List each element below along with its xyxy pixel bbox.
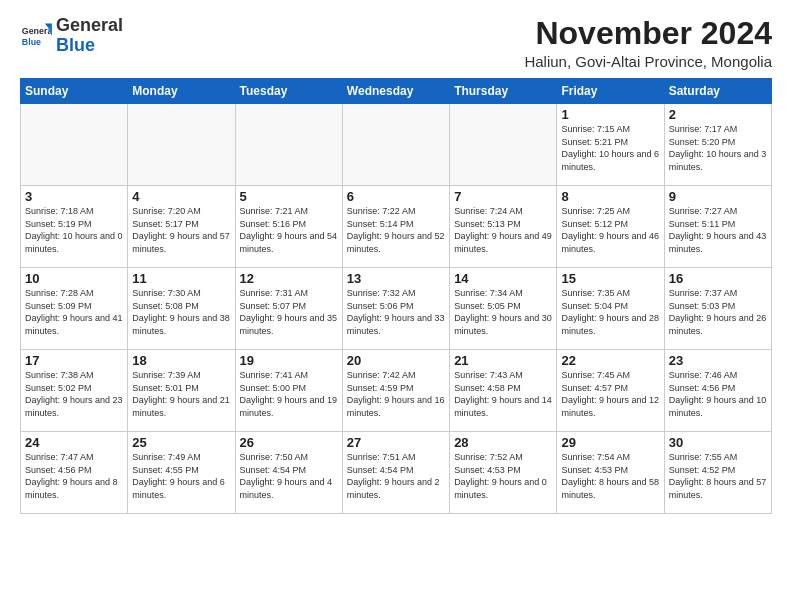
title-block: November 2024 Haliun, Govi-Altai Provinc… bbox=[524, 16, 772, 70]
table-row: 18Sunrise: 7:39 AM Sunset: 5:01 PM Dayli… bbox=[128, 350, 235, 432]
header-monday: Monday bbox=[128, 79, 235, 104]
day-number: 16 bbox=[669, 271, 767, 286]
day-number: 14 bbox=[454, 271, 552, 286]
day-info: Sunrise: 7:38 AM Sunset: 5:02 PM Dayligh… bbox=[25, 369, 123, 419]
day-info: Sunrise: 7:24 AM Sunset: 5:13 PM Dayligh… bbox=[454, 205, 552, 255]
day-number: 23 bbox=[669, 353, 767, 368]
day-number: 11 bbox=[132, 271, 230, 286]
day-number: 28 bbox=[454, 435, 552, 450]
location-subtitle: Haliun, Govi-Altai Province, Mongolia bbox=[524, 53, 772, 70]
day-number: 25 bbox=[132, 435, 230, 450]
day-number: 12 bbox=[240, 271, 338, 286]
day-info: Sunrise: 7:31 AM Sunset: 5:07 PM Dayligh… bbox=[240, 287, 338, 337]
day-number: 4 bbox=[132, 189, 230, 204]
day-number: 10 bbox=[25, 271, 123, 286]
table-row: 28Sunrise: 7:52 AM Sunset: 4:53 PM Dayli… bbox=[450, 432, 557, 514]
calendar-header-row: Sunday Monday Tuesday Wednesday Thursday… bbox=[21, 79, 772, 104]
day-number: 2 bbox=[669, 107, 767, 122]
day-number: 3 bbox=[25, 189, 123, 204]
day-info: Sunrise: 7:37 AM Sunset: 5:03 PM Dayligh… bbox=[669, 287, 767, 337]
day-info: Sunrise: 7:20 AM Sunset: 5:17 PM Dayligh… bbox=[132, 205, 230, 255]
day-info: Sunrise: 7:42 AM Sunset: 4:59 PM Dayligh… bbox=[347, 369, 445, 419]
day-number: 27 bbox=[347, 435, 445, 450]
day-info: Sunrise: 7:54 AM Sunset: 4:53 PM Dayligh… bbox=[561, 451, 659, 501]
table-row: 14Sunrise: 7:34 AM Sunset: 5:05 PM Dayli… bbox=[450, 268, 557, 350]
day-info: Sunrise: 7:55 AM Sunset: 4:52 PM Dayligh… bbox=[669, 451, 767, 501]
header-sunday: Sunday bbox=[21, 79, 128, 104]
calendar-week-row: 3Sunrise: 7:18 AM Sunset: 5:19 PM Daylig… bbox=[21, 186, 772, 268]
day-info: Sunrise: 7:30 AM Sunset: 5:08 PM Dayligh… bbox=[132, 287, 230, 337]
day-number: 1 bbox=[561, 107, 659, 122]
calendar-table: Sunday Monday Tuesday Wednesday Thursday… bbox=[20, 78, 772, 514]
day-number: 6 bbox=[347, 189, 445, 204]
day-info: Sunrise: 7:34 AM Sunset: 5:05 PM Dayligh… bbox=[454, 287, 552, 337]
header-tuesday: Tuesday bbox=[235, 79, 342, 104]
day-info: Sunrise: 7:17 AM Sunset: 5:20 PM Dayligh… bbox=[669, 123, 767, 173]
day-info: Sunrise: 7:45 AM Sunset: 4:57 PM Dayligh… bbox=[561, 369, 659, 419]
table-row: 1Sunrise: 7:15 AM Sunset: 5:21 PM Daylig… bbox=[557, 104, 664, 186]
table-row: 23Sunrise: 7:46 AM Sunset: 4:56 PM Dayli… bbox=[664, 350, 771, 432]
day-info: Sunrise: 7:22 AM Sunset: 5:14 PM Dayligh… bbox=[347, 205, 445, 255]
table-row: 17Sunrise: 7:38 AM Sunset: 5:02 PM Dayli… bbox=[21, 350, 128, 432]
day-info: Sunrise: 7:18 AM Sunset: 5:19 PM Dayligh… bbox=[25, 205, 123, 255]
day-info: Sunrise: 7:25 AM Sunset: 5:12 PM Dayligh… bbox=[561, 205, 659, 255]
day-number: 5 bbox=[240, 189, 338, 204]
svg-text:General: General bbox=[22, 26, 52, 36]
calendar-week-row: 1Sunrise: 7:15 AM Sunset: 5:21 PM Daylig… bbox=[21, 104, 772, 186]
table-row: 5Sunrise: 7:21 AM Sunset: 5:16 PM Daylig… bbox=[235, 186, 342, 268]
table-row: 9Sunrise: 7:27 AM Sunset: 5:11 PM Daylig… bbox=[664, 186, 771, 268]
day-info: Sunrise: 7:41 AM Sunset: 5:00 PM Dayligh… bbox=[240, 369, 338, 419]
calendar-week-row: 10Sunrise: 7:28 AM Sunset: 5:09 PM Dayli… bbox=[21, 268, 772, 350]
table-row: 10Sunrise: 7:28 AM Sunset: 5:09 PM Dayli… bbox=[21, 268, 128, 350]
day-info: Sunrise: 7:35 AM Sunset: 5:04 PM Dayligh… bbox=[561, 287, 659, 337]
header-wednesday: Wednesday bbox=[342, 79, 449, 104]
table-row: 4Sunrise: 7:20 AM Sunset: 5:17 PM Daylig… bbox=[128, 186, 235, 268]
day-number: 19 bbox=[240, 353, 338, 368]
day-number: 21 bbox=[454, 353, 552, 368]
table-row bbox=[342, 104, 449, 186]
table-row bbox=[21, 104, 128, 186]
logo-blue: Blue bbox=[56, 35, 95, 55]
calendar-week-row: 17Sunrise: 7:38 AM Sunset: 5:02 PM Dayli… bbox=[21, 350, 772, 432]
table-row: 11Sunrise: 7:30 AM Sunset: 5:08 PM Dayli… bbox=[128, 268, 235, 350]
svg-text:Blue: Blue bbox=[22, 37, 41, 47]
day-info: Sunrise: 7:15 AM Sunset: 5:21 PM Dayligh… bbox=[561, 123, 659, 173]
table-row: 19Sunrise: 7:41 AM Sunset: 5:00 PM Dayli… bbox=[235, 350, 342, 432]
day-number: 22 bbox=[561, 353, 659, 368]
header-saturday: Saturday bbox=[664, 79, 771, 104]
table-row: 16Sunrise: 7:37 AM Sunset: 5:03 PM Dayli… bbox=[664, 268, 771, 350]
header-thursday: Thursday bbox=[450, 79, 557, 104]
table-row: 22Sunrise: 7:45 AM Sunset: 4:57 PM Dayli… bbox=[557, 350, 664, 432]
table-row: 29Sunrise: 7:54 AM Sunset: 4:53 PM Dayli… bbox=[557, 432, 664, 514]
day-number: 15 bbox=[561, 271, 659, 286]
table-row: 25Sunrise: 7:49 AM Sunset: 4:55 PM Dayli… bbox=[128, 432, 235, 514]
day-number: 8 bbox=[561, 189, 659, 204]
day-info: Sunrise: 7:50 AM Sunset: 4:54 PM Dayligh… bbox=[240, 451, 338, 501]
day-number: 13 bbox=[347, 271, 445, 286]
logo-general: General bbox=[56, 15, 123, 35]
table-row: 26Sunrise: 7:50 AM Sunset: 4:54 PM Dayli… bbox=[235, 432, 342, 514]
day-info: Sunrise: 7:28 AM Sunset: 5:09 PM Dayligh… bbox=[25, 287, 123, 337]
logo-icon: General Blue bbox=[20, 20, 52, 52]
table-row: 8Sunrise: 7:25 AM Sunset: 5:12 PM Daylig… bbox=[557, 186, 664, 268]
table-row: 21Sunrise: 7:43 AM Sunset: 4:58 PM Dayli… bbox=[450, 350, 557, 432]
table-row: 12Sunrise: 7:31 AM Sunset: 5:07 PM Dayli… bbox=[235, 268, 342, 350]
day-number: 29 bbox=[561, 435, 659, 450]
table-row: 20Sunrise: 7:42 AM Sunset: 4:59 PM Dayli… bbox=[342, 350, 449, 432]
day-info: Sunrise: 7:46 AM Sunset: 4:56 PM Dayligh… bbox=[669, 369, 767, 419]
table-row: 24Sunrise: 7:47 AM Sunset: 4:56 PM Dayli… bbox=[21, 432, 128, 514]
day-number: 17 bbox=[25, 353, 123, 368]
day-number: 18 bbox=[132, 353, 230, 368]
table-row: 3Sunrise: 7:18 AM Sunset: 5:19 PM Daylig… bbox=[21, 186, 128, 268]
page: General Blue General Blue November 2024 … bbox=[0, 0, 792, 612]
day-info: Sunrise: 7:51 AM Sunset: 4:54 PM Dayligh… bbox=[347, 451, 445, 501]
day-info: Sunrise: 7:21 AM Sunset: 5:16 PM Dayligh… bbox=[240, 205, 338, 255]
table-row: 27Sunrise: 7:51 AM Sunset: 4:54 PM Dayli… bbox=[342, 432, 449, 514]
day-info: Sunrise: 7:52 AM Sunset: 4:53 PM Dayligh… bbox=[454, 451, 552, 501]
table-row: 13Sunrise: 7:32 AM Sunset: 5:06 PM Dayli… bbox=[342, 268, 449, 350]
table-row bbox=[450, 104, 557, 186]
day-number: 24 bbox=[25, 435, 123, 450]
day-number: 20 bbox=[347, 353, 445, 368]
day-number: 30 bbox=[669, 435, 767, 450]
table-row: 7Sunrise: 7:24 AM Sunset: 5:13 PM Daylig… bbox=[450, 186, 557, 268]
